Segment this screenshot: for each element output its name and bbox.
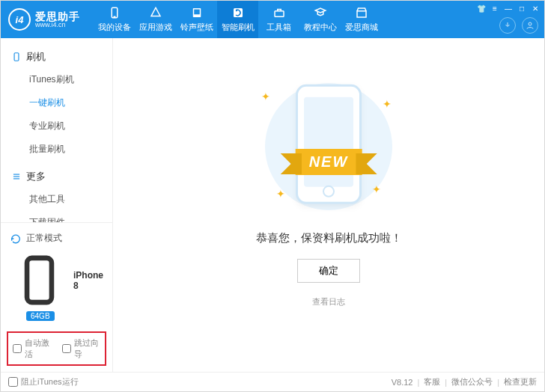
flash-icon [231, 6, 245, 19]
app-logo: i4 爱思助手 www.i4.cn [8, 8, 80, 31]
phone-icon [108, 6, 121, 19]
ribbon-text: NEW [296, 149, 362, 175]
svg-rect-7 [14, 53, 19, 61]
version-label: V8.12 [392, 378, 413, 387]
sidebar-group-more: 更多 其他工具 下载固件 高级功能 [1, 165, 112, 222]
sidebar-item-other-tools[interactable]: 其他工具 [1, 188, 112, 211]
footer-link-wechat[interactable]: 微信公众号 [451, 376, 493, 388]
tab-label: 智能刷机 [222, 22, 255, 33]
tab-label: 应用游戏 [139, 22, 172, 33]
tab-tutorials[interactable]: 教程中心 [299, 1, 341, 38]
sidebar-group-title: 更多 [26, 170, 46, 183]
checkbox-label: 跳过向导 [74, 337, 101, 360]
sparkle-icon: ✦ [372, 183, 381, 195]
success-message: 恭喜您，保资料刷机成功啦！ [256, 231, 402, 245]
phone-outline-icon [11, 52, 22, 62]
main-tabs: 我的设备 应用游戏 铃声壁纸 智能刷机 工具箱 教程中心 [94, 1, 382, 38]
sidebar-item-itunes-flash[interactable]: iTunes刷机 [1, 68, 112, 91]
checkbox-input[interactable] [8, 377, 18, 387]
sidebar-group-flash: 刷机 iTunes刷机 一键刷机 专业刷机 批量刷机 [1, 46, 112, 161]
apps-icon [149, 6, 162, 19]
checkbox-input[interactable] [13, 344, 22, 353]
tab-label: 我的设备 [98, 22, 131, 33]
brand-name: 爱思助手 [35, 11, 80, 22]
sparkle-icon: ✦ [261, 91, 270, 102]
sparkle-icon: ✦ [383, 98, 392, 110]
tab-my-device[interactable]: 我的设备 [94, 1, 135, 38]
more-icon [11, 171, 22, 182]
tab-smart-flash[interactable]: 智能刷机 [217, 1, 258, 38]
flash-options-box: 自动激活 跳过向导 [7, 331, 106, 366]
view-log-link[interactable]: 查看日志 [312, 296, 345, 307]
user-icon [526, 21, 535, 30]
device-mode-label: 正常模式 [26, 232, 62, 245]
tab-apps-games[interactable]: 应用游戏 [135, 1, 176, 38]
sidebar-device-panel: 正常模式 iPhone 8 64GB [1, 222, 112, 327]
sidebar-item-download-firmware[interactable]: 下载固件 [1, 211, 112, 222]
ok-button[interactable]: 确定 [297, 259, 360, 283]
tshirt-icon[interactable]: 👕 [477, 4, 486, 13]
window-controls: 👕 ≡ — □ ✕ [477, 4, 540, 13]
checkbox-input[interactable] [62, 344, 71, 353]
sidebar-item-oneclick-flash[interactable]: 一键刷机 [1, 91, 112, 114]
refresh-icon [10, 233, 22, 245]
store-icon [355, 6, 368, 19]
tab-label: 铃声壁纸 [180, 22, 213, 33]
device-row[interactable]: iPhone 8 [10, 248, 103, 310]
storage-badge: 64GB [26, 311, 55, 321]
close-icon[interactable]: ✕ [531, 4, 540, 13]
tab-ringtones[interactable]: 铃声壁纸 [176, 1, 217, 38]
sidebar: 刷机 iTunes刷机 一键刷机 专业刷机 批量刷机 更多 其他工具 下载固件 … [1, 38, 113, 372]
tab-label: 教程中心 [304, 22, 337, 33]
checkbox-label: 阻止iTunes运行 [21, 376, 79, 388]
svg-rect-3 [194, 10, 200, 15]
tab-store[interactable]: 爱思商城 [341, 1, 382, 38]
download-icon [503, 21, 512, 30]
footer-link-update[interactable]: 检查更新 [504, 376, 537, 388]
sparkle-icon: ✦ [276, 188, 285, 200]
logo-icon: i4 [8, 8, 31, 31]
tutorial-icon [314, 6, 327, 19]
device-mode-row[interactable]: 正常模式 [10, 229, 103, 248]
checkbox-auto-activate[interactable]: 自动激活 [13, 337, 52, 360]
phone-illustration [296, 85, 362, 204]
maximize-icon[interactable]: □ [517, 4, 526, 13]
brand-url: www.i4.cn [35, 22, 80, 28]
footer-link-support[interactable]: 客服 [424, 376, 440, 388]
sidebar-item-pro-flash[interactable]: 专业刷机 [1, 114, 112, 138]
svg-rect-5 [275, 11, 284, 17]
svg-point-6 [529, 22, 532, 25]
checkbox-block-itunes[interactable]: 阻止iTunes运行 [8, 376, 79, 388]
status-bar: 阻止iTunes运行 V8.12 | 客服 | 微信公众号 | 检查更新 [1, 372, 544, 391]
device-name: iPhone 8 [73, 270, 103, 291]
svg-rect-11 [27, 258, 52, 302]
account-button[interactable] [522, 17, 538, 34]
tab-label: 爱思商城 [345, 22, 378, 33]
checkbox-skip-guide[interactable]: 跳过向导 [62, 337, 101, 360]
download-button[interactable] [499, 17, 516, 34]
wallpaper-icon [190, 6, 204, 19]
new-ribbon: NEW [296, 149, 362, 175]
title-bar: i4 爱思助手 www.i4.cn 我的设备 应用游戏 铃声壁纸 智能刷机 [1, 1, 544, 38]
toolbox-icon [272, 6, 286, 19]
success-illustration: ✦ ✦ ✦ ✦ NEW [246, 76, 411, 218]
menu-icon[interactable]: ≡ [490, 4, 499, 13]
main-panel: ✦ ✦ ✦ ✦ NEW 恭喜您，保资料刷机成功啦！ 确定 查看日志 [113, 38, 544, 372]
checkbox-label: 自动激活 [25, 337, 52, 360]
tab-label: 工具箱 [267, 22, 291, 33]
device-icon [10, 251, 69, 310]
user-controls [499, 17, 538, 34]
tab-toolbox[interactable]: 工具箱 [258, 1, 299, 38]
sidebar-item-batch-flash[interactable]: 批量刷机 [1, 138, 112, 161]
sidebar-group-title: 刷机 [26, 50, 46, 64]
minimize-icon[interactable]: — [504, 4, 513, 13]
